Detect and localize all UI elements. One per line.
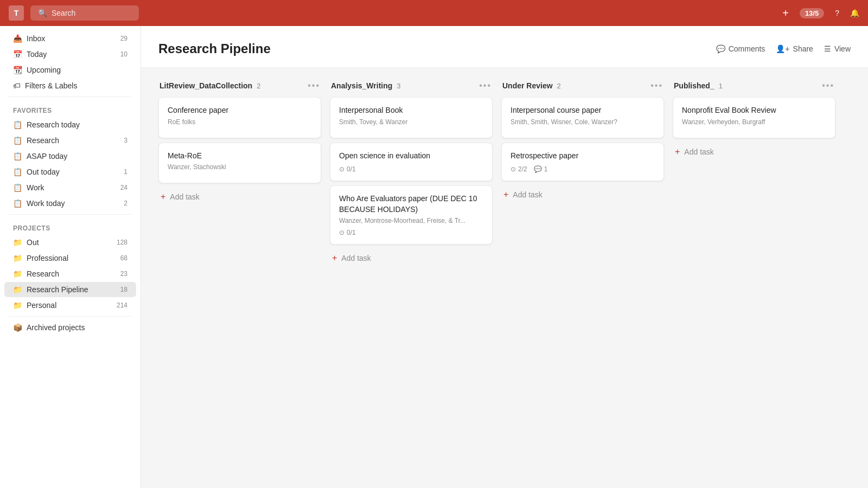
card-meta-roe[interactable]: Meta-RoE Wanzer, Stachowski — [158, 143, 321, 184]
sidebar-item-research-pipeline[interactable]: 📁 Research Pipeline 18 — [4, 282, 136, 297]
card-subtitle: Smith, Smith, Wisner, Cole, Wanzer? — [510, 118, 655, 126]
card-title: Conference paper — [168, 105, 312, 116]
add-task-under-review[interactable]: + Add task — [501, 185, 664, 204]
card-conference-paper[interactable]: Conference paper RoE folks — [158, 97, 321, 138]
card-subtitle: Wanzer, Stachowski — [168, 163, 312, 171]
view-button[interactable]: ☰ View — [824, 44, 851, 53]
plus-icon: + — [161, 192, 165, 202]
sidebar-item-professional[interactable]: 📁 Professional 68 — [4, 251, 136, 266]
view-icon: ☰ — [824, 44, 831, 53]
add-task-analysis[interactable]: + Add task — [330, 249, 493, 267]
column-under-review: Under Review 2 ••• Interpersonal course … — [501, 81, 664, 204]
notification-button[interactable]: 🔔 — [850, 9, 859, 17]
sidebar-item-out[interactable]: 📁 Out 128 — [4, 235, 136, 250]
card-who-are-evaluators[interactable]: Who Are Evaluators paper (DUE DEC 10 BEC… — [330, 185, 493, 245]
card-retrospective[interactable]: Retrospective paper ⊙ 2/2 💬 1 — [501, 143, 664, 182]
sidebar-item-research[interactable]: 📋 Research 3 — [4, 133, 136, 148]
comment-count: 1 — [544, 165, 548, 173]
sidebar-item-label: Upcoming — [27, 66, 61, 74]
search-box[interactable]: 🔍 Search — [30, 5, 139, 21]
card-nonprofit-eval[interactable]: Nonprofit Eval Book Review Wanzer, Verhe… — [673, 97, 835, 138]
sidebar-item-upcoming[interactable]: 📆 Upcoming — [4, 62, 136, 78]
add-button[interactable]: + — [782, 7, 789, 20]
comments-button[interactable]: 💬 Comments — [716, 44, 765, 53]
column-title: Analysis_Writing — [331, 81, 392, 90]
card-subtitle: Smith, Tovey, & Wanzer — [339, 118, 483, 126]
column-menu-button[interactable]: ••• — [822, 81, 834, 91]
sidebar-item-research-today[interactable]: 📋 Research today — [4, 117, 136, 132]
column-count: 2 — [557, 82, 561, 90]
list-icon: 📋 — [13, 183, 22, 192]
sidebar-item-label: Research — [27, 136, 59, 145]
sidebar-item-work[interactable]: 📋 Work 24 — [4, 180, 136, 195]
card-meta: ⊙ 0/1 — [339, 229, 483, 236]
card-title: Who Are Evaluators paper (DUE DEC 10 BEC… — [339, 194, 483, 215]
share-button[interactable]: 👤+ Share — [776, 44, 813, 53]
card-subtitle: Wanzer, Verheyden, Burgraff — [682, 118, 826, 126]
sidebar-item-label: Work today — [27, 199, 65, 208]
card-meta: ⊙ 2/2 💬 1 — [510, 165, 655, 173]
project-icon: 📁 — [13, 269, 22, 278]
column-menu-button[interactable]: ••• — [650, 81, 663, 91]
sidebar-item-label: Filters & Labels — [25, 81, 77, 90]
column-menu-button[interactable]: ••• — [479, 81, 492, 91]
sidebar-item-label: Research — [27, 269, 59, 278]
comment-icon: 💬 — [716, 44, 725, 53]
sidebar-item-asap-today[interactable]: 📋 ASAP today — [4, 149, 136, 164]
card-open-science[interactable]: Open science in evaluation ⊙ 0/1 — [330, 143, 493, 182]
sidebar-item-label: Today — [27, 50, 47, 59]
project-icon: 📁 — [13, 238, 22, 247]
sidebar-item-personal[interactable]: 📁 Personal 214 — [4, 298, 136, 313]
list-icon: 📋 — [13, 136, 22, 145]
add-task-label: Add task — [341, 254, 371, 262]
inbox-icon: 📥 — [13, 34, 22, 43]
column-count: 3 — [397, 82, 400, 90]
sidebar-item-badge: 10 — [117, 50, 127, 58]
column-header: Under Review 2 ••• — [501, 81, 664, 91]
column-menu-button[interactable]: ••• — [308, 81, 320, 91]
add-task-label: Add task — [513, 190, 542, 199]
sidebar-divider — [9, 214, 132, 215]
plus-icon: + — [675, 147, 680, 157]
card-title: Nonprofit Eval Book Review — [682, 105, 826, 116]
add-task-litreview[interactable]: + Add task — [158, 188, 321, 206]
sidebar-item-work-today[interactable]: 📋 Work today 2 — [4, 196, 136, 211]
list-icon: 📋 — [13, 152, 22, 160]
sidebar-item-label: Out — [27, 238, 39, 247]
subtask-icon: ⊙ — [339, 165, 344, 173]
add-task-published[interactable]: + Add task — [673, 143, 835, 161]
share-icon: 👤+ — [776, 44, 789, 53]
sidebar: 📥 Inbox 29 📅 Today 10 📆 Upcoming 🏷 Filte… — [0, 26, 141, 488]
plus-icon: + — [503, 190, 508, 200]
sidebar-item-filters[interactable]: 🏷 Filters & Labels — [4, 78, 136, 93]
page-title: Research Pipeline — [158, 41, 271, 56]
sidebar-item-today[interactable]: 📅 Today 10 — [4, 47, 136, 62]
search-label: Search — [52, 9, 75, 17]
card-interpersonal-course[interactable]: Interpersonal course paper Smith, Smith,… — [501, 97, 664, 138]
plus-icon: + — [332, 253, 337, 263]
page-header: Research Pipeline 💬 Comments 👤+ Share ☰ … — [141, 26, 868, 68]
sidebar-item-label: Personal — [27, 301, 56, 310]
sidebar-item-label: Out today — [27, 168, 60, 176]
project-icon: 📁 — [13, 254, 22, 262]
sidebar-item-inbox[interactable]: 📥 Inbox 29 — [4, 31, 136, 46]
sidebar-item-archived[interactable]: 📦 Archived projects — [4, 320, 136, 335]
help-button[interactable]: ? — [835, 9, 839, 17]
card-subtitle: Wanzer, Montrose-Moorhead, Freise, & Tr.… — [339, 217, 483, 224]
add-task-label: Add task — [684, 147, 713, 156]
today-icon: 📅 — [13, 50, 22, 59]
sidebar-item-out-today[interactable]: 📋 Out today 1 — [4, 164, 136, 179]
column-header: Analysis_Writing 3 ••• — [330, 81, 493, 91]
sidebar-item-label: ASAP today — [27, 152, 67, 160]
app-logo[interactable]: T — [9, 5, 24, 21]
column-title: Under Review — [502, 81, 553, 90]
sidebar-item-research-project[interactable]: 📁 Research 23 — [4, 266, 136, 281]
subtask-count: 0/1 — [347, 229, 356, 236]
subtask-meta: ⊙ 0/1 — [339, 229, 356, 236]
topbar-right: + 13/5 ? 🔔 — [782, 7, 859, 20]
card-interpersonal-book[interactable]: Interpersonal Book Smith, Tovey, & Wanze… — [330, 97, 493, 138]
column-title: Published_ — [674, 81, 714, 90]
subtask-icon: ⊙ — [339, 229, 344, 236]
subtask-count: 0/1 — [347, 165, 356, 173]
column-title: LitReview_DataCollection — [159, 81, 252, 90]
